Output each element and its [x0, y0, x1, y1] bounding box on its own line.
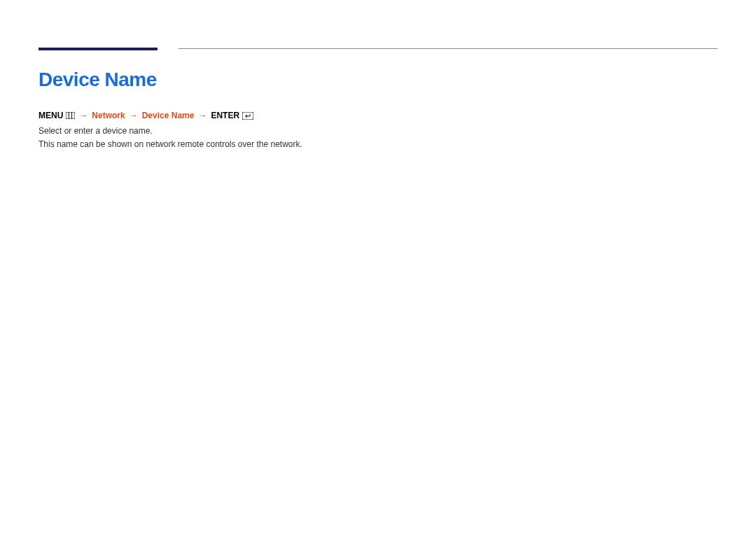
content-area: Device Name MENU → Network → Device Name…: [38, 69, 718, 151]
body-line-1: Select or enter a device name.: [38, 125, 718, 138]
header-divider-line: [178, 48, 718, 49]
menu-grid-icon: [66, 112, 75, 119]
breadcrumb-menu-label: MENU: [38, 111, 63, 120]
page-title: Device Name: [38, 69, 718, 91]
breadcrumb-arrow-3: →: [197, 111, 208, 120]
enter-return-icon: [242, 112, 253, 120]
breadcrumb-arrow-2: →: [128, 111, 139, 120]
breadcrumb: MENU → Network → Device Name → ENTER: [38, 111, 718, 120]
breadcrumb-item-device-name: Device Name: [142, 111, 195, 120]
breadcrumb-arrow-1: →: [78, 111, 89, 120]
svg-rect-0: [66, 112, 75, 119]
body-line-2: This name can be shown on network remote…: [38, 138, 718, 151]
header-accent-bar: [38, 48, 158, 50]
breadcrumb-item-network: Network: [92, 111, 125, 120]
breadcrumb-enter-label: ENTER: [211, 111, 239, 120]
